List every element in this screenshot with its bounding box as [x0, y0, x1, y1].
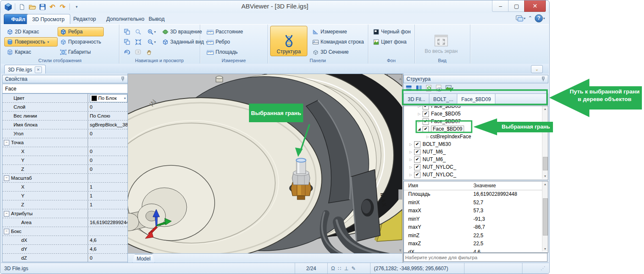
- expander-icon[interactable]: ▷: [408, 150, 413, 154]
- expander-icon[interactable]: ▷: [408, 142, 413, 146]
- collapse-category-icon[interactable]: −: [4, 211, 9, 216]
- scroll-down-icon[interactable]: ▼: [542, 246, 548, 252]
- checkbox[interactable]: ✔: [414, 149, 420, 155]
- collapse-ribbon-button[interactable]: ⌃: [528, 15, 532, 21]
- property-row[interactable]: dY4,6: [3, 245, 127, 254]
- property-row[interactable]: −Бокс: [3, 227, 127, 236]
- expander-icon[interactable]: ◢: [417, 127, 422, 131]
- tab-additional[interactable]: Дополнительно: [101, 14, 149, 24]
- copy-view-button[interactable]: [122, 38, 132, 46]
- draw-icon[interactable]: ✎: [351, 266, 356, 271]
- tree-item-label[interactable]: Face_$BD07: [431, 118, 461, 124]
- property-row[interactable]: dX4,6: [3, 236, 127, 245]
- button-structure[interactable]: Структура: [270, 26, 307, 56]
- scroll-up-icon[interactable]: ▲: [542, 181, 548, 187]
- expander-icon[interactable]: ▷: [417, 106, 422, 108]
- breadcrumb-item[interactable]: 3D Fil...: [404, 94, 429, 105]
- tree-item-label[interactable]: NUT_M6_: [423, 156, 446, 162]
- property-row[interactable]: Слой0: [3, 103, 127, 112]
- button-dimensions[interactable]: Габариты: [58, 47, 104, 57]
- document-tab[interactable]: 3D File.igs ✕: [4, 65, 46, 74]
- color-select[interactable]: По Блок▾: [90, 94, 127, 102]
- grid-icon[interactable]: ∷: [338, 266, 341, 271]
- property-row[interactable]: Z1: [3, 200, 127, 209]
- button-surface[interactable]: Поверхность▾: [4, 37, 58, 47]
- button-background-color[interactable]: Цвет фона: [370, 37, 413, 47]
- zoom-window-button[interactable]: [133, 27, 143, 36]
- undo-button[interactable]: ↶: [48, 3, 57, 11]
- tab-output[interactable]: Вывод: [144, 14, 170, 24]
- checkbox[interactable]: ✔: [423, 111, 429, 117]
- close-document-icon[interactable]: ✕: [35, 66, 42, 73]
- zoom-out-button[interactable]: ▾: [144, 38, 159, 46]
- scroll-down-icon[interactable]: ▼: [542, 173, 548, 179]
- new-file-button[interactable]: [18, 3, 26, 11]
- button-wireframe[interactable]: Каркас: [4, 47, 58, 57]
- property-row[interactable]: X1: [3, 183, 127, 192]
- property-row[interactable]: −Точка: [3, 138, 127, 147]
- attr-scrollbar[interactable]: ▲ ▼: [542, 181, 548, 252]
- tree-item[interactable]: ▷✔NUT_NYLOC_: [404, 171, 548, 178]
- ortho-icon[interactable]: ⊥: [344, 266, 348, 271]
- property-row[interactable]: Z0: [3, 165, 127, 174]
- viewport-scroll-down-icon[interactable]: ▼: [398, 248, 402, 252]
- app-logo-icon[interactable]: [4, 3, 12, 11]
- collapse-category-icon[interactable]: −: [4, 229, 9, 234]
- show-element-icon[interactable]: [435, 85, 442, 92]
- breadcrumb-item[interactable]: BOLT_...: [429, 94, 457, 105]
- property-row[interactable]: Y0: [3, 156, 127, 165]
- tree-item-label[interactable]: NUT_NYLOC_: [423, 164, 456, 170]
- tree-item-label[interactable]: NUT_M6_: [423, 149, 446, 155]
- close-button[interactable]: ✕: [524, 0, 546, 12]
- property-row[interactable]: −Атрибуты: [3, 209, 127, 218]
- viewport[interactable]: IN MAX: [127, 74, 404, 263]
- tree-item-label[interactable]: Face_$BD03: [431, 106, 461, 109]
- button-edge[interactable]: Ребро: [204, 37, 246, 47]
- redo-button[interactable]: ↷: [58, 3, 67, 11]
- save-button[interactable]: [38, 3, 47, 11]
- qat-customize-button[interactable]: ▾: [72, 3, 81, 11]
- resize-grip[interactable]: ⋰: [522, 263, 549, 274]
- tree-item-label[interactable]: NUT_NYLOC_: [423, 172, 456, 178]
- tree-item[interactable]: ▷✔NUT_NYLOC_: [404, 163, 548, 171]
- tree-item[interactable]: ◢✔Face_$BD09: [404, 125, 548, 133]
- button-3d-section[interactable]: 3D Сечение: [310, 47, 366, 57]
- rotate-35-button[interactable]: [122, 48, 132, 56]
- zoom-extents-button[interactable]: [133, 38, 143, 46]
- tree-item[interactable]: ▷✔Face_$BD03: [404, 106, 548, 110]
- style-selector-button[interactable]: ▾: [516, 15, 525, 22]
- button-2d-wireframe[interactable]: 2D Каркас: [4, 27, 58, 36]
- pan-button[interactable]: [144, 48, 154, 56]
- tree-item-label[interactable]: cstBrepIndexFace: [430, 134, 471, 140]
- checkbox[interactable]: ✔: [423, 126, 429, 132]
- model-tab[interactable]: Model: [132, 254, 155, 263]
- dropdown-icon[interactable]: ▾: [47, 40, 49, 44]
- split-horizontal-icon[interactable]: [405, 85, 412, 92]
- attr-row[interactable]: maxY-86,7: [404, 223, 548, 232]
- filter-input[interactable]: [404, 253, 547, 262]
- viewport-scroll-thumb[interactable]: [398, 189, 402, 200]
- property-row[interactable]: −Масштаб: [3, 174, 127, 183]
- scroll-thumb[interactable]: [543, 157, 548, 170]
- checkbox[interactable]: ✔: [414, 172, 420, 178]
- collapse-category-icon[interactable]: −: [4, 140, 9, 145]
- collapse-panel-button[interactable]: ⌄: [531, 65, 543, 73]
- snap-icon[interactable]: Ω: [331, 266, 335, 271]
- expander-icon[interactable]: ▷: [417, 120, 422, 123]
- button-transparency[interactable]: Прозрачность: [58, 37, 104, 47]
- previous-view-button[interactable]: [133, 48, 143, 56]
- select-image-icon[interactable]: [445, 85, 453, 92]
- minimize-button[interactable]: –: [492, 0, 509, 12]
- property-row[interactable]: Y1: [3, 192, 127, 200]
- checkbox[interactable]: ✔: [414, 164, 420, 170]
- button-distance[interactable]: Расстояние: [204, 27, 246, 36]
- tree-item[interactable]: ▷✔Face_$BD05: [404, 110, 548, 118]
- expander-icon[interactable]: ▷: [408, 173, 413, 177]
- refresh-icon[interactable]: [426, 85, 432, 92]
- button-edges[interactable]: Ребра: [58, 27, 104, 36]
- tree-item-label[interactable]: BOLT_M630: [423, 141, 451, 147]
- pin-icon[interactable]: [541, 77, 545, 82]
- attr-row[interactable]: dX4,6: [404, 248, 548, 253]
- collapse-category-icon[interactable]: −: [4, 175, 9, 181]
- property-row[interactable]: ЦветПо Блок▾: [3, 94, 127, 103]
